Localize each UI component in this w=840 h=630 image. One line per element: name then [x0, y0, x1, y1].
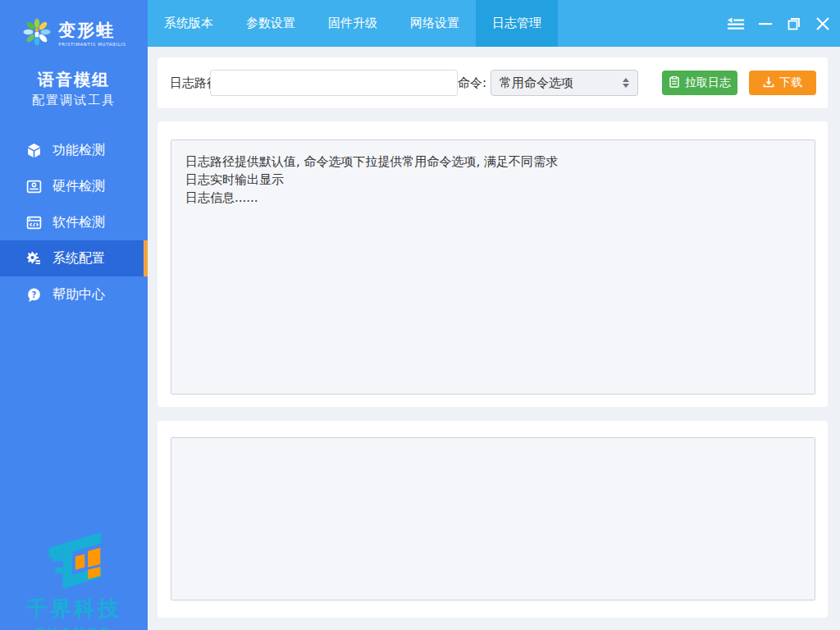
company-name: 千界科技: [0, 595, 148, 623]
collapse-menu-icon[interactable]: [728, 15, 746, 33]
tab-system-version[interactable]: 系统版本: [148, 0, 230, 47]
secondary-output-card: [158, 421, 828, 618]
download-button[interactable]: 下载: [749, 71, 816, 95]
help-icon: ?: [25, 286, 42, 303]
command-label: 命令:: [458, 57, 486, 108]
select-arrows-icon: [623, 78, 629, 88]
svg-text:?: ?: [31, 290, 36, 299]
download-icon: [763, 76, 774, 90]
software-window-icon: [25, 214, 42, 231]
brand-subtitle: PRISTIMANTIS MUTABILIS: [58, 42, 126, 47]
tab-parameter-settings[interactable]: 参数设置: [230, 0, 312, 47]
module-subtitle: 配置调试工具: [0, 93, 148, 108]
brand-name: 变形蛙: [58, 21, 126, 40]
secondary-output-panel[interactable]: [171, 437, 815, 600]
tab-log-management[interactable]: 日志管理: [476, 0, 558, 47]
log-line: 日志路径提供默认值, 命令选项下拉提供常用命令选项, 满足不同需求: [185, 153, 801, 171]
log-line: 日志信息......: [185, 189, 801, 207]
minimize-icon[interactable]: [756, 15, 774, 33]
download-button-label: 下载: [779, 75, 802, 90]
log-toolbar-card: 日志路径: 命令: 常用命令选项 拉取日志: [158, 57, 828, 108]
sidebar-item-hardware-check[interactable]: 硬件检测: [0, 168, 148, 204]
sidebar-item-software-check[interactable]: 软件检测: [0, 204, 148, 240]
sidebar-item-help-center[interactable]: ? 帮助中心: [0, 276, 148, 313]
pull-log-button-label: 拉取日志: [685, 75, 731, 90]
sidebar-item-function-check[interactable]: 功能检测: [0, 132, 148, 168]
pinwheel-logo-icon: [21, 16, 52, 51]
log-output-card: 日志路径提供默认值, 命令选项下拉提供常用命令选项, 满足不同需求 日志实时输出…: [158, 121, 828, 407]
command-select[interactable]: 常用命令选项: [491, 70, 638, 96]
close-icon[interactable]: [814, 15, 832, 33]
sidebar-menu: 功能检测 硬件检测: [0, 132, 148, 313]
sidebar-item-label: 系统配置: [52, 250, 105, 267]
log-output-panel[interactable]: 日志路径提供默认值, 命令选项下拉提供常用命令选项, 满足不同需求 日志实时输出…: [171, 139, 815, 395]
company-subtext: —CHANGE—: [0, 626, 148, 630]
sidebar-item-label: 帮助中心: [52, 286, 105, 304]
tab-network-settings[interactable]: 网络设置: [394, 0, 476, 47]
hardware-icon: [25, 178, 42, 194]
window-controls: [728, 0, 832, 47]
sidebar-item-label: 软件检测: [52, 214, 105, 231]
pull-log-button[interactable]: 拉取日志: [662, 71, 737, 95]
brand: 变形蛙 PRISTIMANTIS MUTABILIS: [0, 16, 148, 51]
sidebar-item-label: 功能检测: [52, 142, 105, 159]
cube-icon: [25, 142, 42, 158]
sidebar: 变形蛙 PRISTIMANTIS MUTABILIS 语音模组 配置调试工具 功…: [0, 0, 148, 630]
clipboard-icon: [669, 76, 680, 90]
command-select-value: 常用命令选项: [500, 75, 573, 91]
top-navigation: 系统版本 参数设置 固件升级 网络设置 日志管理: [148, 0, 840, 47]
gear-icon: [25, 250, 42, 267]
sidebar-item-label: 硬件检测: [52, 178, 105, 195]
tab-firmware-upgrade[interactable]: 固件升级: [312, 0, 394, 47]
company-watermark: 千界科技 —CHANGE—: [0, 529, 148, 630]
main-content: 日志路径: 命令: 常用命令选项 拉取日志: [148, 47, 840, 630]
module-title: 语音模组: [0, 69, 148, 91]
log-line: 日志实时输出显示: [185, 171, 801, 189]
app-window: 变形蛙 PRISTIMANTIS MUTABILIS 语音模组 配置调试工具 功…: [0, 0, 840, 630]
log-path-input[interactable]: [210, 70, 458, 96]
sidebar-item-system-config[interactable]: 系统配置: [0, 240, 148, 276]
maximize-icon[interactable]: [785, 15, 803, 33]
